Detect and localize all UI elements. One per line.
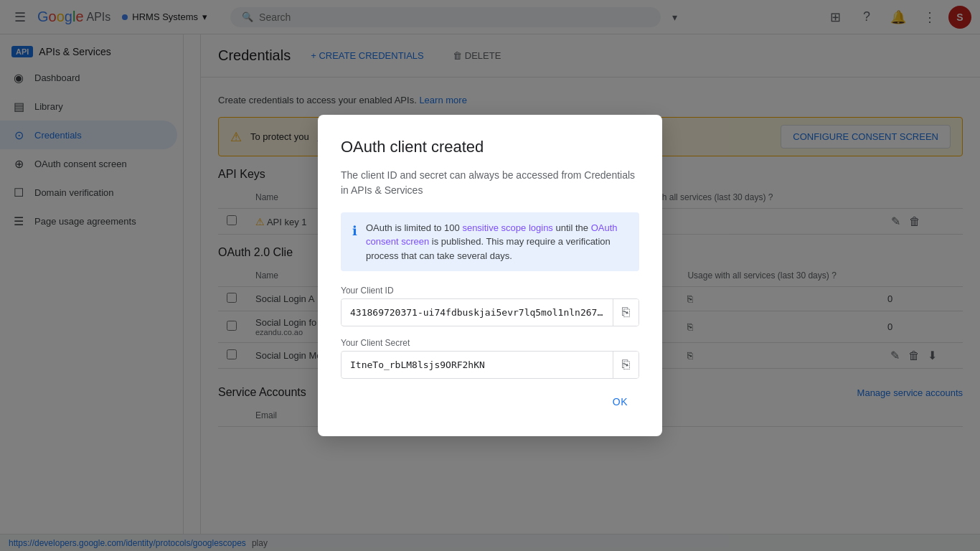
modal-title: OAuth client created [341, 138, 639, 156]
client-secret-copy-button[interactable]: ⎘ [613, 352, 639, 378]
client-id-field-group: Your Client ID 431869720371-ui74fdbuskja… [341, 286, 639, 326]
info-icon: ℹ [352, 222, 357, 263]
modal-actions: OK [341, 390, 639, 413]
client-secret-value: ItneTo_rbLM8lsjs9ORF2hKN [341, 352, 613, 377]
client-id-copy-button[interactable]: ⎘ [613, 299, 639, 326]
modal-overlay: OAuth client created The client ID and s… [0, 0, 980, 551]
ok-button[interactable]: OK [601, 390, 639, 413]
client-secret-label: Your Client Secret [341, 338, 639, 348]
info-text-middle: until the [553, 222, 591, 233]
modal-description: The client ID and secret can always be a… [341, 168, 639, 198]
modal-info-text: OAuth is limited to 100 sensitive scope … [366, 221, 628, 263]
client-id-row: 431869720371-ui74fdbuskjai5evr7lq5mol1nl… [341, 298, 639, 326]
client-secret-field-group: Your Client Secret ItneTo_rbLM8lsjs9ORF2… [341, 338, 639, 379]
client-secret-row: ItneTo_rbLM8lsjs9ORF2hKN ⎘ [341, 351, 639, 379]
client-id-value: 431869720371-ui74fdbuskjai5evr7lq5mol1nl… [341, 300, 613, 325]
modal-info-box: ℹ OAuth is limited to 100 sensitive scop… [341, 212, 639, 272]
info-text-before: OAuth is limited to 100 [366, 222, 462, 233]
sensitive-scope-link[interactable]: sensitive scope logins [462, 222, 552, 233]
client-id-label: Your Client ID [341, 286, 639, 296]
oauth-created-modal: OAuth client created The client ID and s… [318, 115, 662, 437]
